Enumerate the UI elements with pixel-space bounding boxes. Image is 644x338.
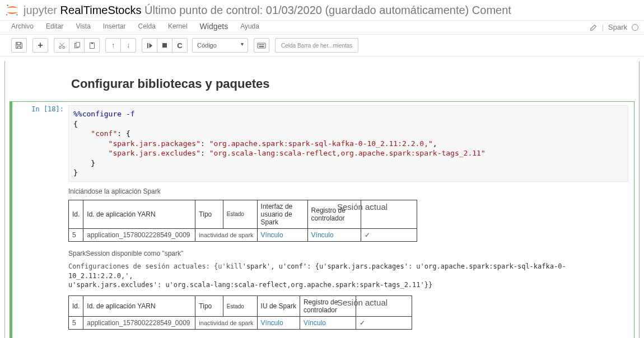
col-ui: IU de Spark <box>257 296 300 317</box>
code-cell[interactable]: In [18]: %%configure -f { "conf": { "spa… <box>10 101 634 338</box>
output-config: Configuraciones de sesión actuales: {u'k… <box>68 262 628 290</box>
menubar: Archivo Editar Vista Insertar Celda Kern… <box>0 21 644 35</box>
cell-id: 5 <box>69 317 83 330</box>
svg-point-0 <box>7 4 8 6</box>
add-cell-button[interactable]: + <box>32 38 48 53</box>
notebook-area: Configurar bibliotecas y paquetes In [18… <box>4 61 640 338</box>
svg-rect-15 <box>263 44 264 45</box>
cell-type-select[interactable]: Código <box>192 38 248 53</box>
kernel-status-icon <box>632 24 638 31</box>
menu-insert[interactable]: Insertar <box>103 22 126 30</box>
separator: | <box>602 23 604 31</box>
col-id: Id. <box>69 200 83 228</box>
col-yarn: Id. de aplicación YARN <box>83 296 195 317</box>
kernel-name[interactable]: Spark <box>608 23 627 31</box>
edit-icon[interactable] <box>590 24 598 31</box>
col-estado: Estado <box>223 200 257 228</box>
trailing-text: Coment <box>472 4 511 16</box>
output-text: Iniciándose la aplicación Spark <box>68 187 628 195</box>
cell-yarn: application_1578002228549_0009 <box>83 317 195 330</box>
col-tipo: Tipo <box>195 200 223 228</box>
cell-link-driver[interactable]: Vínculo <box>300 317 356 330</box>
paste-button[interactable] <box>84 38 100 53</box>
svg-rect-6 <box>76 42 80 46</box>
cell-current: ✓ <box>361 228 417 241</box>
menu-kernel[interactable]: Kernel <box>168 22 188 30</box>
svg-rect-10 <box>162 43 167 48</box>
cell-tipo: inactividad de spark <box>195 317 257 330</box>
cell-tipo: inactividad de spark <box>195 228 257 241</box>
col-yarn: Id. de aplicación YARN <box>83 200 195 228</box>
command-palette-button[interactable]: Celda Barra de her...mientas <box>275 38 358 53</box>
notebook-header: jupyter RealTimeStocks Último punto de c… <box>0 0 644 21</box>
checkpoint-text: Último punto de control: 01/03/2020 (gua… <box>144 4 469 16</box>
move-up-button[interactable]: ↑ <box>105 38 121 53</box>
menu-cell[interactable]: Celda <box>138 22 156 30</box>
cell-id: 5 <box>69 228 83 241</box>
menu-view[interactable]: Vista <box>76 22 90 30</box>
svg-rect-16 <box>259 46 264 47</box>
input-prompt: In [18]: <box>12 102 68 338</box>
menu-help[interactable]: Ayuda <box>240 22 259 30</box>
keyboard-button[interactable] <box>254 38 269 53</box>
run-button[interactable] <box>142 38 157 53</box>
col-id: Id. <box>69 296 83 317</box>
svg-rect-14 <box>262 44 263 45</box>
table-row: 5 application_1578002228549_0009 inactiv… <box>69 317 412 330</box>
restart-button[interactable]: C <box>172 38 188 53</box>
copy-button[interactable] <box>69 38 85 53</box>
cell-current: ✓ <box>356 317 412 330</box>
cell-yarn: application_1578002228549_0009 <box>83 228 195 241</box>
svg-point-4 <box>62 46 64 48</box>
menu-edit[interactable]: Editar <box>46 22 63 30</box>
svg-point-1 <box>16 14 18 16</box>
col-tipo: Tipo <box>195 296 223 317</box>
save-button[interactable] <box>11 38 27 53</box>
session-overlap-text: Sesión actual <box>337 298 388 307</box>
notebook-name[interactable]: RealTimeStocks <box>60 4 142 16</box>
svg-point-2 <box>6 14 7 15</box>
svg-rect-8 <box>91 42 92 43</box>
menu-widgets[interactable]: Widgets <box>200 22 228 31</box>
svg-rect-13 <box>260 44 261 45</box>
svg-point-3 <box>59 46 61 48</box>
col-ui: Interfaz de usuario de Spark <box>257 200 307 228</box>
code-input[interactable]: %%configure -f { "conf": { "spark.jars.p… <box>68 105 628 182</box>
toolbar: + ↑ ↓ C Código Celda Barra de her...mien… <box>0 35 644 57</box>
svg-rect-12 <box>259 44 260 45</box>
stop-button[interactable] <box>157 38 172 53</box>
output-text-2: SparkSession disponible como "spark" <box>68 250 628 257</box>
session-overlap-text: Sesión actual <box>337 202 388 212</box>
col-estado: Estado <box>223 296 257 317</box>
move-down-button[interactable]: ↓ <box>120 38 136 53</box>
table-row: 5 application_1578002228549_0009 inactiv… <box>69 228 417 241</box>
menu-file[interactable]: Archivo <box>11 22 34 30</box>
cell-link-driver[interactable]: Vínculo <box>307 228 361 241</box>
cut-button[interactable] <box>54 38 69 53</box>
jupyter-logo-icon <box>4 2 20 18</box>
cell-link-ui[interactable]: Vínculo <box>257 228 307 241</box>
svg-rect-11 <box>258 43 265 48</box>
cell-link-ui[interactable]: Vínculo <box>257 317 300 330</box>
app-name: jupyter <box>24 4 57 16</box>
svg-rect-9 <box>147 43 148 48</box>
markdown-heading[interactable]: Configurar bibliotecas y paquetes <box>71 77 634 91</box>
